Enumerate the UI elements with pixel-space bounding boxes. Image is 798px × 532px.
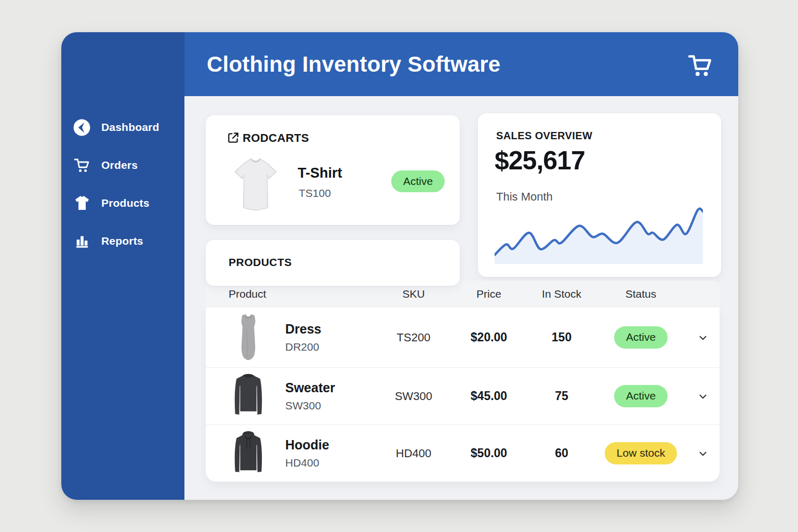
product-code: HD400 <box>285 457 329 469</box>
sidebar-item-products[interactable]: Products <box>61 193 184 214</box>
product-name: Hoodie <box>285 437 329 453</box>
chevron-down-icon <box>697 332 709 343</box>
row-expand-button[interactable] <box>686 391 720 402</box>
dress-image <box>229 313 268 363</box>
product-name: Dress <box>285 322 322 337</box>
product-name: Sweater <box>285 380 335 395</box>
featured-product-sku: TS100 <box>299 187 331 200</box>
products-table: Product SKU Price In Stock Status Dress <box>206 281 720 482</box>
status-badge: Active <box>391 170 445 192</box>
stock-cell: 150 <box>528 330 595 344</box>
product-name-block: Sweater SW300 <box>285 380 335 412</box>
product-cell: Hoodie HD400 <box>206 429 377 478</box>
sales-line-chart <box>495 204 703 264</box>
column-header-product: Product <box>206 288 377 300</box>
featured-product-card: RODCARTS T-Shirt TS100 Active <box>206 115 460 225</box>
sku-cell: TS200 <box>377 331 450 344</box>
row-expand-button[interactable] <box>686 332 720 343</box>
status-cell: Active <box>595 326 686 348</box>
status-cell: Active <box>595 385 686 407</box>
column-header-sku: SKU <box>377 288 450 300</box>
hoodie-image <box>229 429 268 478</box>
products-card-header: PRODUCTS <box>206 240 460 286</box>
arrow-box-icon <box>226 131 240 145</box>
sidebar-item-label: Dashboard <box>101 121 159 134</box>
column-header-in-stock: In Stock <box>528 288 595 300</box>
sidebar-item-label: Products <box>101 197 150 209</box>
sales-period: This Month <box>496 190 553 204</box>
products-title: PRODUCTS <box>229 256 292 269</box>
app-window: Clothing Inventory Software Dashboard <box>61 32 738 500</box>
sku-cell: SW300 <box>377 390 450 403</box>
price-cell: $50.00 <box>450 446 528 460</box>
product-name-block: Dress DR200 <box>285 322 322 353</box>
brand-row: RODCARTS <box>226 131 309 145</box>
column-header-price: Price <box>450 288 528 300</box>
price-cell: $45.00 <box>450 389 528 403</box>
chevron-down-icon <box>697 448 709 459</box>
sidebar: Dashboard Orders Produ <box>61 32 184 500</box>
stock-cell: 60 <box>528 446 595 460</box>
product-code: DR200 <box>285 341 322 353</box>
row-expand-button[interactable] <box>686 448 720 459</box>
stock-cell: 75 <box>528 389 595 403</box>
app-header: Clothing Inventory Software <box>184 32 738 96</box>
sidebar-nav: Dashboard Orders Produ <box>61 117 184 251</box>
table-row[interactable]: Dress DR200 TS200 $20.00 150 Active <box>206 308 720 367</box>
dashboard-clock-icon <box>72 118 91 137</box>
white-t-shirt-image <box>222 155 289 213</box>
column-header-status: Status <box>595 288 686 300</box>
t-shirt-icon <box>72 194 91 213</box>
product-code: SW300 <box>285 400 335 412</box>
sidebar-item-label: Reports <box>101 235 143 247</box>
sidebar-item-dashboard[interactable]: Dashboard <box>61 117 184 138</box>
product-cell: Sweater SW300 <box>206 371 377 421</box>
sku-cell: HD400 <box>377 447 450 460</box>
status-badge: Active <box>614 385 668 407</box>
bar-chart-icon <box>72 232 91 251</box>
featured-product-name: T-Shirt <box>298 165 342 181</box>
table-row[interactable]: Hoodie HD400 HD400 $50.00 60 Low stock <box>206 424 720 482</box>
sidebar-item-label: Orders <box>101 159 138 171</box>
app-title: Clothing Inventory Software <box>207 52 500 77</box>
chevron-down-icon <box>697 391 709 402</box>
status-badge: Low stock <box>605 442 677 464</box>
sales-amount: $25,617 <box>495 145 585 176</box>
price-cell: $20.00 <box>450 330 528 344</box>
cart-button[interactable] <box>685 50 715 80</box>
cart-icon <box>686 51 714 78</box>
table-body: Dress DR200 TS200 $20.00 150 Active <box>206 308 720 482</box>
brand-name: RODCARTS <box>243 131 309 145</box>
status-badge: Active <box>614 326 668 348</box>
product-cell: Dress DR200 <box>206 313 377 363</box>
sales-overview-card: SALES OVERVIEW $25,617 This Month <box>478 113 721 277</box>
sales-overview-title: SALES OVERVIEW <box>496 130 592 142</box>
table-row[interactable]: Sweater SW300 SW300 $45.00 75 Active <box>206 367 720 424</box>
cart-icon <box>72 156 91 175</box>
sidebar-item-reports[interactable]: Reports <box>61 231 184 251</box>
product-name-block: Hoodie HD400 <box>285 437 329 469</box>
status-cell: Low stock <box>595 442 686 464</box>
sidebar-item-orders[interactable]: Orders <box>61 155 184 176</box>
sweater-image <box>229 371 268 421</box>
